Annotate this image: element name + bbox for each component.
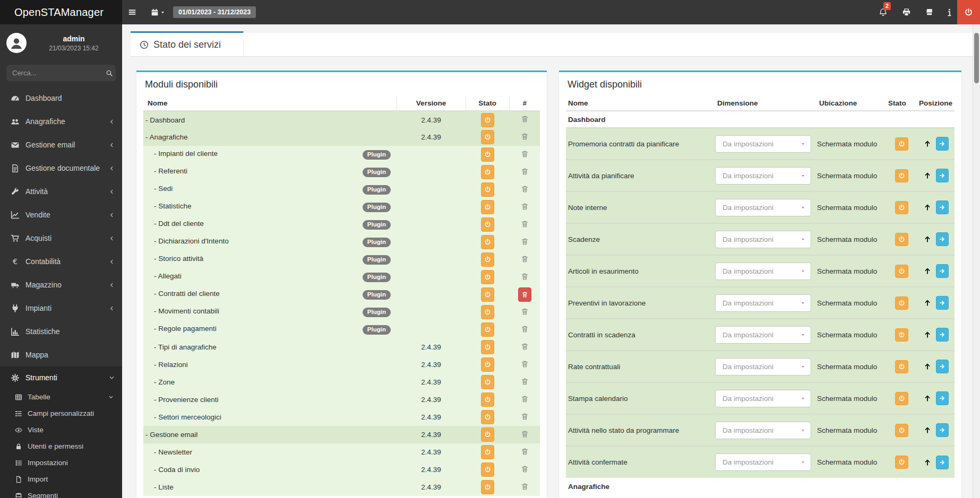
toggle-module-button[interactable]: [481, 322, 494, 337]
sidebar-item-strumenti[interactable]: Strumenti: [0, 366, 122, 389]
dimension-select[interactable]: Da impostazioni: [715, 326, 811, 344]
column-header-num[interactable]: #: [509, 96, 540, 111]
column-header-versione[interactable]: Versione: [397, 96, 466, 111]
move-up-button[interactable]: [924, 172, 931, 179]
toggle-widget-button[interactable]: [895, 137, 908, 151]
delete-module-button[interactable]: [521, 413, 529, 421]
print-button[interactable]: [899, 0, 913, 24]
move-button[interactable]: [936, 360, 949, 373]
toggle-widget-button[interactable]: [895, 296, 908, 310]
delete-module-button[interactable]: [521, 360, 529, 368]
toggle-module-button[interactable]: [481, 287, 494, 302]
delete-module-button[interactable]: [521, 115, 529, 123]
toggle-module-button[interactable]: [481, 147, 494, 162]
move-button[interactable]: [936, 296, 949, 310]
toggle-widget-button[interactable]: [895, 233, 908, 246]
sidebar-item-contabilita[interactable]: €Contabilità: [0, 250, 122, 273]
move-up-button[interactable]: [924, 459, 931, 466]
app-logo[interactable]: OpenSTAManager: [0, 0, 122, 24]
delete-module-button[interactable]: [521, 325, 529, 333]
sidebar-item-attivita[interactable]: Attività: [0, 180, 122, 203]
delete-module-button[interactable]: [521, 448, 529, 456]
move-up-button[interactable]: [924, 299, 931, 307]
docs-button[interactable]: [922, 0, 936, 24]
move-button[interactable]: [936, 328, 949, 342]
notifications-button[interactable]: 2: [876, 0, 890, 24]
scrollbar[interactable]: [973, 24, 980, 498]
move-up-button[interactable]: [924, 363, 931, 370]
dimension-select[interactable]: Da impostazioni: [715, 453, 811, 471]
toggle-widget-button[interactable]: [895, 424, 908, 437]
toggle-widget-button[interactable]: [895, 392, 908, 405]
sidebar-item-magazzino[interactable]: Magazzino: [0, 273, 122, 296]
sidebar-item-acquisti[interactable]: Acquisti: [0, 226, 122, 250]
column-header-stato[interactable]: Stato: [886, 96, 917, 111]
sidebar-item-anagrafiche[interactable]: Anagrafiche: [0, 110, 122, 133]
move-up-button[interactable]: [924, 204, 931, 211]
toggle-module-button[interactable]: [481, 462, 494, 477]
dimension-select[interactable]: Da impostazioni: [715, 422, 811, 439]
move-up-button[interactable]: [924, 331, 931, 338]
toggle-module-button[interactable]: [481, 392, 494, 407]
dimension-select[interactable]: Da impostazioni: [715, 135, 811, 153]
move-button[interactable]: [936, 264, 949, 278]
column-header-nome[interactable]: Nome: [143, 96, 397, 111]
delete-module-button[interactable]: [521, 150, 529, 158]
dimension-select[interactable]: Da impostazioni: [715, 263, 811, 280]
dimension-select[interactable]: Da impostazioni: [715, 231, 811, 248]
sidebar-item-mappa[interactable]: Mappa: [0, 343, 122, 366]
search-input[interactable]: [12, 69, 106, 77]
delete-module-button[interactable]: [521, 238, 529, 246]
dimension-select[interactable]: Da impostazioni: [715, 167, 811, 185]
delete-module-button[interactable]: [521, 185, 529, 193]
toggle-module-button[interactable]: [481, 270, 494, 284]
delete-module-button[interactable]: [521, 378, 529, 386]
toggle-widget-button[interactable]: [895, 265, 908, 278]
toggle-module-button[interactable]: [481, 375, 494, 389]
sidebar-item-statistiche[interactable]: Statistiche: [0, 320, 122, 343]
toggle-module-button[interactable]: [481, 130, 494, 144]
toggle-module-button[interactable]: [481, 427, 494, 442]
toggle-module-button[interactable]: [481, 165, 494, 179]
sidebar-item-viste[interactable]: Viste: [0, 422, 122, 438]
column-header-dimensione[interactable]: Dimensione: [715, 96, 817, 111]
logout-button[interactable]: [957, 0, 980, 24]
info-button[interactable]: [942, 0, 956, 24]
toggle-module-button[interactable]: [481, 410, 494, 424]
delete-module-button[interactable]: [521, 133, 529, 141]
toggle-widget-button[interactable]: [895, 169, 908, 182]
move-button[interactable]: [936, 232, 949, 246]
toggle-module-button[interactable]: [481, 305, 494, 319]
move-up-button[interactable]: [924, 140, 931, 147]
delete-module-button[interactable]: [521, 273, 529, 281]
dimension-select[interactable]: Da impostazioni: [715, 294, 811, 312]
dimension-select[interactable]: Da impostazioni: [715, 390, 811, 407]
scrollbar-thumb[interactable]: [974, 33, 979, 83]
move-button[interactable]: [936, 169, 949, 182]
move-button[interactable]: [936, 137, 949, 151]
delete-module-button[interactable]: [521, 308, 529, 316]
sidebar-item-segmenti[interactable]: Segmenti: [0, 487, 122, 498]
column-header-ubicazione[interactable]: Ubicazione: [817, 96, 886, 111]
move-button[interactable]: [936, 456, 949, 469]
toggle-module-button[interactable]: [481, 200, 494, 214]
calendar-menu-button[interactable]: [151, 0, 166, 24]
sidebar-item-campi-personalizzati[interactable]: Campi personalizzati: [0, 405, 122, 422]
toggle-widget-button[interactable]: [895, 360, 908, 373]
toggle-module-button[interactable]: [481, 445, 494, 459]
delete-module-button[interactable]: [521, 430, 529, 438]
delete-module-button[interactable]: [521, 168, 529, 176]
move-button[interactable]: [936, 423, 949, 437]
sidebar-item-gestione-email[interactable]: Gestione email: [0, 133, 122, 156]
search-icon[interactable]: [106, 69, 113, 77]
delete-module-button[interactable]: [521, 395, 529, 403]
move-up-button[interactable]: [924, 395, 931, 402]
column-header-posizione[interactable]: Posizione: [917, 96, 955, 111]
move-up-button[interactable]: [924, 267, 931, 275]
move-up-button[interactable]: [924, 235, 931, 243]
move-button[interactable]: [936, 200, 949, 214]
dimension-select[interactable]: Da impostazioni: [715, 358, 811, 375]
move-button[interactable]: [936, 391, 949, 405]
sidebar-item-impianti[interactable]: Impianti: [0, 296, 122, 320]
sidebar-item-gestione-documentale[interactable]: Gestione documentale: [0, 156, 122, 180]
